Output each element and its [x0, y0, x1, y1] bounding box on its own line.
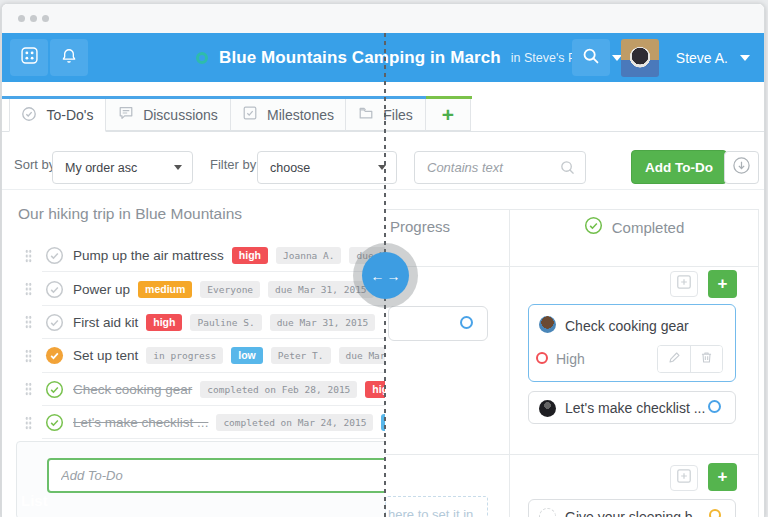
card-title: Check cooking gear	[565, 318, 689, 334]
check-circle-icon[interactable]	[45, 313, 64, 332]
todo-title: First aid kit	[73, 315, 138, 330]
tab-label: To-Do's	[46, 107, 93, 123]
todo-row[interactable]: First aid kithighPauline S.due Mar 31, 2…	[2, 306, 385, 339]
todo-title: Power up	[73, 282, 130, 297]
comparison-drag-handle[interactable]: ←→	[362, 252, 409, 299]
window-controls[interactable]	[18, 15, 49, 22]
search-button[interactable]	[572, 39, 610, 76]
add-todo-input[interactable]	[47, 458, 385, 493]
assignee-avatar-placeholder	[539, 508, 556, 517]
todo-list-pane: Our hiking trip in Blue Mountains Pump u…	[2, 190, 385, 517]
check-circle-icon[interactable]	[45, 413, 64, 432]
due-date-badge: due Mar 31, 2015	[339, 347, 386, 364]
completed-header-label: Completed	[612, 219, 685, 236]
status-badge: in progress	[146, 347, 223, 364]
edit-button[interactable]	[658, 346, 690, 372]
user-menu-chevron-icon[interactable]	[740, 55, 750, 61]
tab-add-new[interactable]: +	[426, 99, 471, 131]
status-circle-icon[interactable]	[709, 509, 721, 517]
drag-handle-icon[interactable]	[25, 416, 32, 430]
sort-select[interactable]: My order asc	[52, 151, 193, 184]
todo-row[interactable]: Power upmediumEveryonedue Mar 31, 2015	[2, 272, 385, 305]
check-circle-icon[interactable]	[45, 380, 64, 399]
add-todo-button[interactable]: Add To-Do	[631, 150, 727, 184]
priority-circle-icon	[536, 352, 548, 364]
drag-handle-icon[interactable]	[25, 249, 32, 263]
progress-dropzone[interactable]: here to set it in	[385, 496, 488, 517]
status-circle-icon[interactable]	[708, 400, 721, 413]
add-card-outline-button[interactable]	[670, 271, 698, 297]
priority-label: High	[556, 351, 585, 367]
dropzone-text: here to set it in	[388, 507, 473, 517]
download-button[interactable]	[724, 151, 759, 184]
todo-row[interactable]: Set up tentin progresslowPeter T.due Mar…	[2, 339, 385, 372]
trash-icon	[699, 350, 714, 369]
user-name[interactable]: Steve A.	[676, 50, 728, 66]
drag-handle-icon[interactable]	[25, 382, 32, 396]
user-area: Steve A.	[572, 33, 764, 82]
circle-check-icon	[21, 106, 37, 125]
progress-column-header: Progress	[390, 218, 450, 235]
drag-handle-icon[interactable]	[25, 315, 32, 329]
completed-card-selected[interactable]: Check cooking gear High	[528, 304, 736, 382]
drag-handle-icon[interactable]	[25, 349, 32, 363]
card-actions	[657, 345, 723, 373]
completed-date-badge: completed on Feb 28, 2015	[200, 381, 357, 398]
progress-card[interactable]	[388, 306, 488, 341]
apps-grid-icon	[19, 45, 40, 70]
todo-title: Check cooking gear	[73, 382, 192, 397]
todo-title: Let's make checklist ...	[73, 415, 208, 430]
project-status-icon	[196, 52, 208, 64]
todo-row[interactable]: Pump up the air mattresshighJoanna A.due…	[2, 239, 385, 272]
plus-icon: +	[442, 103, 454, 127]
tab-todos[interactable]: To-Do's	[9, 99, 106, 132]
assignee-badge: Everyone	[200, 281, 260, 298]
tab-milestones[interactable]: Milestones	[231, 99, 346, 131]
checkbox-icon	[242, 105, 258, 124]
check-circle-icon[interactable]	[45, 346, 64, 365]
plus-icon: +	[718, 274, 728, 294]
board-right-border	[758, 209, 759, 517]
download-icon	[732, 156, 751, 179]
filter-select-value: choose	[270, 161, 310, 175]
priority-badge: high	[365, 381, 385, 398]
user-avatar[interactable]	[621, 39, 659, 77]
window-titlebar	[2, 4, 764, 33]
apps-grid-button[interactable]	[10, 39, 48, 76]
priority-badge: high	[232, 247, 268, 264]
add-card-outline-button[interactable]	[670, 465, 698, 491]
app-header: Blue Mountains Camping in March in Steve…	[2, 33, 764, 82]
check-circle-icon[interactable]	[45, 280, 64, 299]
contains-text-input[interactable]	[414, 151, 586, 184]
assignee-badge: Pauline S.	[190, 314, 261, 331]
completed-date-badge: completed on Mar 24, 2015	[216, 414, 373, 431]
todo-row[interactable]: Let's make checklist ...completed on Mar…	[2, 406, 385, 439]
check-circle-icon[interactable]	[45, 246, 64, 265]
completed-card[interactable]: Give your sleeping b...	[528, 499, 736, 517]
card-title: Give your sleeping b...	[565, 509, 704, 517]
folder-icon	[358, 105, 374, 124]
list-title: Our hiking trip in Blue Mountains	[18, 205, 242, 223]
tab-files[interactable]: Files	[346, 99, 426, 131]
pencil-icon	[667, 350, 682, 369]
assignee-avatar	[539, 316, 556, 333]
completed-column-header: Completed	[509, 216, 759, 238]
todo-row[interactable]: Check cooking gearcompleted on Feb 28, 2…	[2, 373, 385, 406]
row-separator	[42, 438, 385, 439]
delete-button[interactable]	[690, 346, 722, 372]
project-title-group[interactable]: Blue Mountains Camping in March in Steve…	[196, 33, 622, 82]
add-card-button[interactable]: +	[708, 463, 737, 491]
filter-select[interactable]: choose	[257, 151, 397, 184]
group-separator	[385, 454, 759, 455]
board-top-border	[385, 209, 759, 210]
completed-card[interactable]: Let's make checklist ...	[528, 391, 736, 424]
tab-label: Files	[383, 107, 413, 123]
priority-badge: high	[146, 314, 182, 331]
todo-rows: Pump up the air mattresshighJoanna A.due…	[2, 239, 385, 439]
status-circle-icon[interactable]	[460, 316, 473, 329]
drag-handle-icon[interactable]	[25, 282, 32, 296]
notifications-button[interactable]	[50, 39, 88, 76]
add-card-button[interactable]: +	[708, 270, 737, 298]
tab-discussions[interactable]: Discussions	[106, 99, 231, 131]
column-divider	[509, 209, 510, 517]
